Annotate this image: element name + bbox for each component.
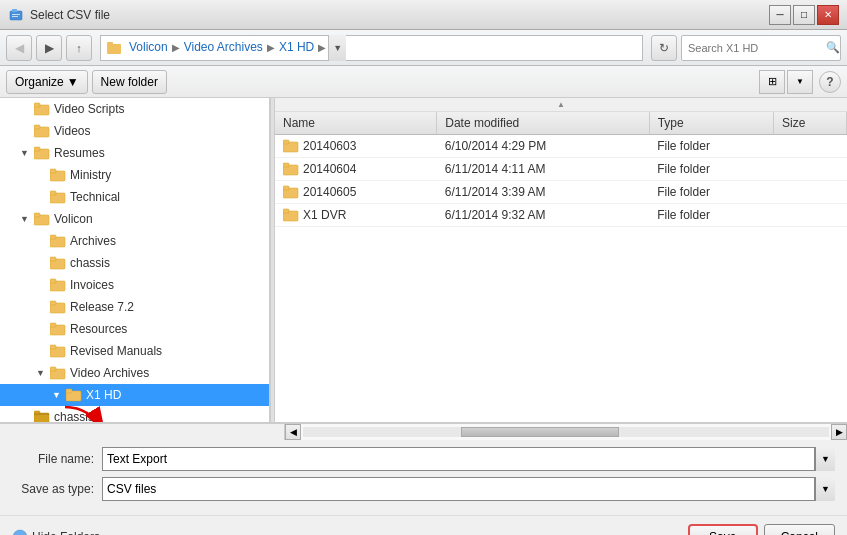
tree-label: Invoices: [70, 278, 114, 292]
filename-row: File name: ▼: [12, 447, 835, 471]
savetype-dropdown[interactable]: CSV files: [102, 477, 815, 501]
cell-name: X1 DVR: [275, 204, 437, 227]
tree-item-x1hd[interactable]: ▼ X1 HD: [0, 384, 269, 406]
table-row[interactable]: X1 DVR 6/11/2014 9:32 AM File folder: [275, 204, 847, 227]
savetype-input-container: CSV files ▼: [102, 477, 835, 501]
tree-label: Revised Manuals: [70, 344, 162, 358]
cell-date: 6/11/2014 9:32 AM: [437, 204, 649, 227]
tree-label: chassis: [54, 410, 94, 422]
minimize-button[interactable]: ─: [769, 5, 791, 25]
filename-dropdown-btn[interactable]: ▼: [815, 447, 835, 471]
cell-size: [773, 158, 846, 181]
cell-name: 20140604: [275, 158, 437, 181]
horizontal-scrollbar: ◀ ▶: [0, 423, 847, 439]
tree-item-technical[interactable]: Technical: [0, 186, 269, 208]
view-dropdown-button[interactable]: ▼: [787, 70, 813, 94]
tree-item-chassis2[interactable]: chassis: [0, 406, 269, 422]
svg-rect-39: [283, 140, 289, 144]
file-name: X1 DVR: [303, 208, 346, 222]
folder-icon: [283, 208, 299, 222]
svg-rect-2: [12, 14, 20, 15]
scroll-right-btn[interactable]: ▶: [831, 424, 847, 440]
tree-item-invoices[interactable]: Invoices: [0, 274, 269, 296]
svg-rect-45: [283, 209, 289, 213]
table-row[interactable]: 20140605 6/11/2014 3:39 AM File folder: [275, 181, 847, 204]
tree-item-release72[interactable]: Release 7.2: [0, 296, 269, 318]
cell-size: [773, 135, 846, 158]
tree-item-chassis[interactable]: chassis: [0, 252, 269, 274]
svg-rect-0: [10, 11, 22, 20]
breadcrumb: Volicon ▶ Video Archives ▶ X1 HD ▶: [107, 40, 328, 55]
tree-item-archives[interactable]: Archives: [0, 230, 269, 252]
col-size[interactable]: Size: [773, 112, 846, 135]
search-input[interactable]: [688, 42, 826, 54]
file-form: File name: ▼ Save as type: CSV files ▼: [0, 439, 847, 515]
tree-item-video-scripts[interactable]: Video Scripts: [0, 98, 269, 120]
savetype-row: Save as type: CSV files ▼: [12, 477, 835, 501]
folder-icon: [283, 162, 299, 176]
cell-size: [773, 181, 846, 204]
back-button[interactable]: ◀: [6, 35, 32, 61]
folder-icon: [50, 300, 66, 314]
save-button[interactable]: Save: [688, 524, 758, 535]
cancel-button[interactable]: Cancel: [764, 524, 835, 535]
scroll-left-area: [0, 424, 285, 440]
breadcrumb-dropdown[interactable]: ▼: [328, 35, 346, 61]
breadcrumb-part3[interactable]: X1 HD: [279, 40, 314, 54]
scroll-left-btn[interactable]: ◀: [285, 424, 301, 440]
svg-rect-37: [34, 413, 49, 415]
secondary-toolbar: Organize ▼ New folder ⊞ ▼ ?: [0, 66, 847, 98]
cell-type: File folder: [649, 204, 773, 227]
organize-button[interactable]: Organize ▼: [6, 70, 88, 94]
help-button[interactable]: ?: [819, 71, 841, 93]
title-bar: Select CSV file ─ □ ✕: [0, 0, 847, 30]
cell-date: 6/11/2014 3:39 AM: [437, 181, 649, 204]
breadcrumb-part1[interactable]: Volicon: [129, 40, 168, 54]
scroll-up[interactable]: [275, 98, 847, 112]
scroll-right-area[interactable]: ◀ ▶: [285, 424, 847, 440]
col-type[interactable]: Type: [649, 112, 773, 135]
breadcrumb-sep1: ▶: [172, 42, 180, 53]
tree-label: Videos: [54, 124, 90, 138]
tree-item-resources[interactable]: Resources: [0, 318, 269, 340]
col-name[interactable]: Name: [275, 112, 437, 135]
expand-icon: ▼: [52, 390, 64, 400]
table-row[interactable]: 20140603 6/10/2014 4:29 PM File folder: [275, 135, 847, 158]
breadcrumb-part2[interactable]: Video Archives: [184, 40, 263, 54]
cell-name: 20140603: [275, 135, 437, 158]
table-row[interactable]: 20140604 6/11/2014 4:11 AM File folder: [275, 158, 847, 181]
svg-point-46: [13, 530, 27, 535]
filename-label: File name:: [12, 452, 102, 466]
nav-toolbar: ◀ ▶ ↑ Volicon ▶ Video Archives ▶ X1 HD ▶…: [0, 30, 847, 66]
tree-item-revised-manuals[interactable]: Revised Manuals: [0, 340, 269, 362]
savetype-dropdown-btn[interactable]: ▼: [815, 477, 835, 501]
tree-label: Release 7.2: [70, 300, 134, 314]
table-header: Name Date modified Type Size: [275, 112, 847, 135]
hide-folders-button[interactable]: Hide Folders: [12, 529, 100, 535]
tree-item-resumes[interactable]: ▼ Resumes: [0, 142, 269, 164]
cell-type: File folder: [649, 158, 773, 181]
scroll-thumb[interactable]: [461, 427, 619, 437]
close-button[interactable]: ✕: [817, 5, 839, 25]
window-controls[interactable]: ─ □ ✕: [769, 5, 839, 25]
breadcrumb-sep3: ▶: [318, 42, 326, 53]
maximize-button[interactable]: □: [793, 5, 815, 25]
search-bar: 🔍: [681, 35, 841, 61]
cell-type: File folder: [649, 181, 773, 204]
refresh-button[interactable]: ↻: [651, 35, 677, 61]
col-date[interactable]: Date modified: [437, 112, 649, 135]
tree-item-volicon[interactable]: ▼ Volicon: [0, 208, 269, 230]
filename-input[interactable]: [102, 447, 815, 471]
up-button[interactable]: ↑: [66, 35, 92, 61]
tree-item-videos[interactable]: Videos: [0, 120, 269, 142]
main-content: Video Scripts Videos ▼ Resumes Mi: [0, 98, 847, 423]
svg-rect-9: [34, 125, 40, 129]
view-toggle-button[interactable]: ⊞: [759, 70, 785, 94]
tree-item-video-archives[interactable]: ▼ Video Archives: [0, 362, 269, 384]
scroll-track[interactable]: [303, 427, 829, 437]
tree-item-ministry[interactable]: Ministry: [0, 164, 269, 186]
svg-rect-43: [283, 186, 289, 190]
forward-button[interactable]: ▶: [36, 35, 62, 61]
new-folder-button[interactable]: New folder: [92, 70, 167, 94]
tree-label: Resumes: [54, 146, 105, 160]
